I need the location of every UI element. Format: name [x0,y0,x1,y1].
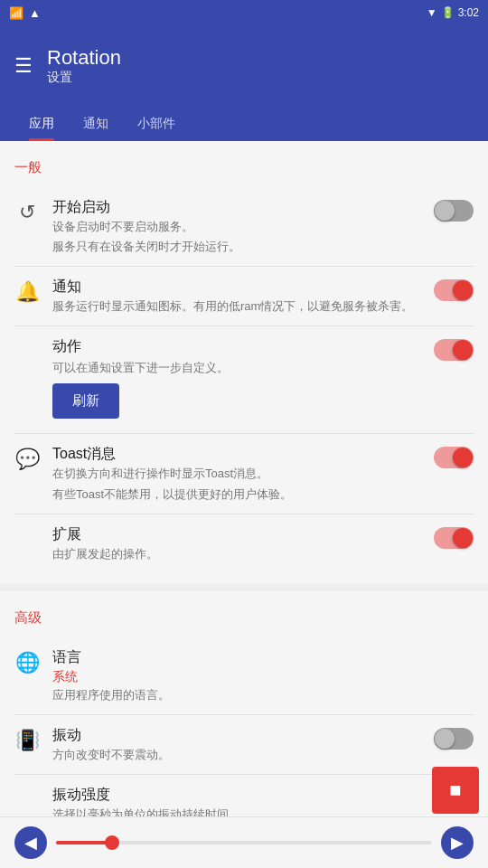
seekbar-thumb[interactable] [105,835,119,850]
tab-app[interactable]: 应用 [14,107,69,141]
autostart-desc: 设备启动时不要启动服务。 [52,219,421,235]
time-display: 3:02 [458,6,479,19]
toast-toggle-container[interactable] [434,445,474,468]
wifi-status-icon: ▼ [427,6,437,19]
action-toggle-container[interactable] [434,337,474,361]
refresh-button[interactable]: 刷新 [52,383,119,419]
seekbar-track[interactable] [56,841,432,844]
toast-desc: 在切换方向和进行操作时显示Toast消息。 [52,466,421,482]
status-bar: 📶 ▲ ▼ 🔋 3:02 [0,0,488,25]
notification-toggle-knob [453,280,473,300]
battery-icon: 🔋 [441,6,455,19]
language-icon: 🌐 [14,650,40,675]
notification-title: 通知 [52,278,421,297]
action-row: 动作 可以在通知设置下进一步自定义。 刷新 [0,326,488,433]
extend-icon [14,527,40,552]
tabs-bar: 应用 通知 小部件 [0,107,488,141]
hamburger-menu-icon[interactable]: ☰ [14,54,33,78]
vibration-toggle-knob [435,729,455,749]
seekbar-left-arrow[interactable]: ◀ [14,826,47,859]
notification-toggle-container[interactable] [434,278,474,301]
app-title: Rotation [47,46,121,70]
action-desc2: 可以在通知设置下进一步自定义。 [52,360,421,376]
autostart-toggle-knob [435,201,455,221]
vibration-strength-title: 振动强度 [52,786,474,805]
extend-toggle[interactable] [434,527,474,549]
extend-content: 扩展 由扩展发起的操作。 [52,525,421,562]
top-bar: ☰ Rotation 设置 [0,25,488,107]
page-title: 设置 [47,70,121,86]
signal-icon: 📶 [9,6,23,20]
general-section: 一般 ↺ 开始启动 设备启动时不要启动服务。 服务只有在设备关闭时才开始运行。 … [0,141,488,584]
general-section-title: 一般 [0,152,488,187]
extend-toggle-knob [453,528,473,548]
toast-row: 💬 Toast消息 在切换方向和进行操作时显示Toast消息。 有些Toast不… [0,434,488,513]
autostart-icon: ↺ [14,200,40,225]
toast-toggle-knob [453,448,473,467]
notification-desc: 服务运行时显示通知图标。有用的低ram情况下，以避免服务被杀害。 [52,298,421,315]
vibration-icon: 📳 [14,728,40,753]
language-row[interactable]: 🌐 语言 系统 应用程序使用的语言。 [0,637,488,714]
toast-title: Toast消息 [52,445,421,464]
language-value: 系统 [52,669,474,685]
main-content: 一般 ↺ 开始启动 设备启动时不要启动服务。 服务只有在设备关闭时才开始运行。 … [0,141,488,868]
language-content: 语言 系统 应用程序使用的语言。 [52,648,474,703]
autostart-row: ↺ 开始启动 设备启动时不要启动服务。 服务只有在设备关闭时才开始运行。 [0,187,488,266]
seekbar-fill [56,841,112,844]
notification-content: 通知 服务运行时显示通知图标。有用的低ram情况下，以避免服务被杀害。 [52,278,421,315]
vibration-row: 📳 振动 方向改变时不要震动。 [0,715,488,774]
top-bar-title: Rotation 设置 [47,46,121,86]
status-bar-right: ▼ 🔋 3:02 [427,6,479,19]
autostart-desc2: 服务只有在设备关闭时才开始运行。 [52,239,421,255]
tab-widget[interactable]: 小部件 [123,107,190,141]
advanced-section-title: 高级 [0,602,488,637]
toast-desc2: 有些Toast不能禁用，以提供更好的用户体验。 [52,486,421,503]
autostart-toggle[interactable] [434,200,474,222]
extend-desc: 由扩展发起的操作。 [52,546,421,562]
vibration-title: 振动 [52,726,421,745]
toast-icon: 💬 [14,447,40,472]
action-content: 动作 可以在通知设置下进一步自定义。 刷新 [52,337,421,422]
tab-notify[interactable]: 通知 [69,107,123,141]
extend-row: 扩展 由扩展发起的操作。 [0,514,488,573]
autostart-toggle-container[interactable] [434,198,474,222]
autostart-title: 开始启动 [52,198,421,217]
vibration-desc: 方向改变时不要震动。 [52,747,421,763]
seekbar-area: ◀ ▶ [0,816,488,868]
action-toggle[interactable] [434,339,474,361]
status-bar-left: 📶 ▲ [9,6,41,20]
autostart-content: 开始启动 设备启动时不要启动服务。 服务只有在设备关闭时才开始运行。 [52,198,421,255]
action-toggle-knob [453,340,473,360]
extend-title: 扩展 [52,525,421,544]
notification-toggle[interactable] [434,279,474,301]
extend-toggle-container[interactable] [434,525,474,549]
language-title: 语言 [52,648,474,667]
vibration-content: 振动 方向改变时不要震动。 [52,726,421,763]
toast-content: Toast消息 在切换方向和进行操作时显示Toast消息。 有些Toast不能禁… [52,445,421,502]
wifi-icon: ▲ [29,6,41,20]
toast-toggle[interactable] [434,447,474,468]
notification-row: 🔔 通知 服务运行时显示通知图标。有用的低ram情况下，以避免服务被杀害。 [0,267,488,326]
seekbar-right-arrow[interactable]: ▶ [441,826,474,859]
fab-stop-button[interactable]: ■ [432,767,479,814]
vibration-toggle[interactable] [434,728,474,750]
notification-icon: 🔔 [14,279,40,305]
language-desc: 应用程序使用的语言。 [52,687,474,703]
action-icon [14,339,40,364]
vibration-toggle-container[interactable] [434,726,474,750]
action-title: 动作 [52,337,421,356]
vibration-strength-icon [14,788,40,813]
advanced-section: 高级 🌐 语言 系统 应用程序使用的语言。 📳 振动 方向改变时不要震动。 [0,591,488,845]
